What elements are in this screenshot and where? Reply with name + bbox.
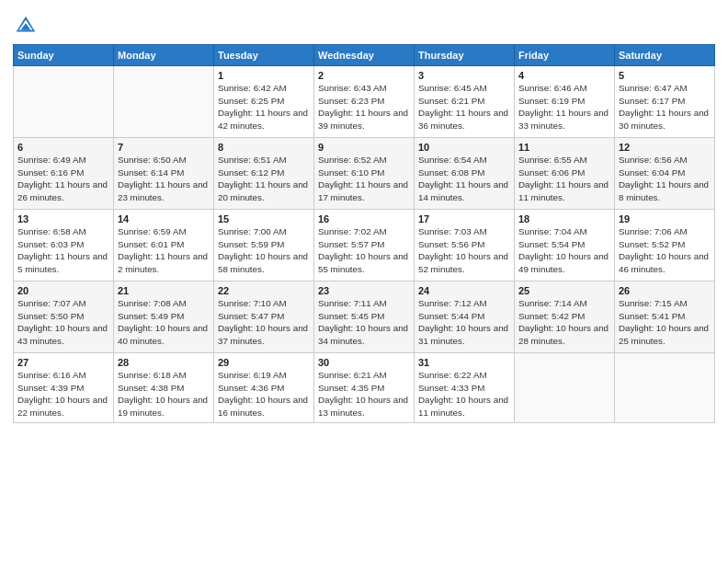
day-detail: Sunrise: 6:21 AM Sunset: 4:35 PM Dayligh… <box>318 369 410 419</box>
calendar-cell: 21Sunrise: 7:08 AM Sunset: 5:49 PM Dayli… <box>114 282 214 353</box>
day-detail: Sunrise: 7:07 AM Sunset: 5:50 PM Dayligh… <box>17 297 109 347</box>
day-number: 17 <box>418 213 510 224</box>
calendar-cell: 9Sunrise: 6:52 AM Sunset: 6:10 PM Daylig… <box>314 138 415 210</box>
weekday-header-tuesday: Tuesday <box>214 45 314 66</box>
day-number: 28 <box>118 357 210 368</box>
calendar-cell: 20Sunrise: 7:07 AM Sunset: 5:50 PM Dayli… <box>14 282 114 353</box>
day-detail: Sunrise: 6:46 AM Sunset: 6:19 PM Dayligh… <box>518 82 610 132</box>
day-detail: Sunrise: 6:49 AM Sunset: 6:16 PM Dayligh… <box>17 154 109 203</box>
day-detail: Sunrise: 6:55 AM Sunset: 6:06 PM Dayligh… <box>518 154 610 203</box>
day-detail: Sunrise: 7:00 AM Sunset: 5:59 PM Dayligh… <box>218 225 310 275</box>
day-number: 18 <box>518 213 610 224</box>
calendar-cell: 13Sunrise: 6:58 AM Sunset: 6:03 PM Dayli… <box>14 210 114 282</box>
calendar-cell <box>615 353 715 423</box>
calendar-cell: 23Sunrise: 7:11 AM Sunset: 5:45 PM Dayli… <box>314 282 415 353</box>
weekday-header-monday: Monday <box>114 45 214 66</box>
page: SundayMondayTuesdayWednesdayThursdayFrid… <box>0 0 728 563</box>
week-row-1: 1Sunrise: 6:42 AM Sunset: 6:25 PM Daylig… <box>14 66 715 138</box>
day-detail: Sunrise: 7:14 AM Sunset: 5:42 PM Dayligh… <box>518 297 610 347</box>
day-number: 6 <box>17 142 109 153</box>
day-number: 5 <box>619 70 711 81</box>
calendar-cell: 10Sunrise: 6:54 AM Sunset: 6:08 PM Dayli… <box>415 138 515 210</box>
day-detail: Sunrise: 7:08 AM Sunset: 5:49 PM Dayligh… <box>118 297 210 347</box>
weekday-header-friday: Friday <box>515 45 615 66</box>
week-row-2: 6Sunrise: 6:49 AM Sunset: 6:16 PM Daylig… <box>14 138 715 210</box>
calendar-cell: 29Sunrise: 6:19 AM Sunset: 4:36 PM Dayli… <box>214 353 314 423</box>
calendar-cell: 25Sunrise: 7:14 AM Sunset: 5:42 PM Dayli… <box>515 282 615 353</box>
day-detail: Sunrise: 6:59 AM Sunset: 6:01 PM Dayligh… <box>118 225 210 275</box>
calendar-cell: 12Sunrise: 6:56 AM Sunset: 6:04 PM Dayli… <box>615 138 715 210</box>
day-detail: Sunrise: 6:50 AM Sunset: 6:14 PM Dayligh… <box>118 154 210 203</box>
day-number: 10 <box>418 142 510 153</box>
calendar-cell <box>515 353 615 423</box>
week-row-5: 27Sunrise: 6:16 AM Sunset: 4:39 PM Dayli… <box>14 353 715 423</box>
calendar-cell: 24Sunrise: 7:12 AM Sunset: 5:44 PM Dayli… <box>415 282 515 353</box>
day-detail: Sunrise: 7:04 AM Sunset: 5:54 PM Dayligh… <box>518 225 610 275</box>
calendar-cell: 1Sunrise: 6:42 AM Sunset: 6:25 PM Daylig… <box>214 66 314 138</box>
weekday-header-wednesday: Wednesday <box>314 45 415 66</box>
calendar-cell: 14Sunrise: 6:59 AM Sunset: 6:01 PM Dayli… <box>114 210 214 282</box>
day-number: 11 <box>518 142 610 153</box>
day-number: 27 <box>17 357 109 368</box>
calendar-cell: 22Sunrise: 7:10 AM Sunset: 5:47 PM Dayli… <box>214 282 314 353</box>
weekday-header-row: SundayMondayTuesdayWednesdayThursdayFrid… <box>14 45 715 66</box>
calendar-cell: 6Sunrise: 6:49 AM Sunset: 6:16 PM Daylig… <box>14 138 114 210</box>
day-number: 23 <box>318 285 410 296</box>
day-detail: Sunrise: 6:51 AM Sunset: 6:12 PM Dayligh… <box>218 154 310 203</box>
week-row-4: 20Sunrise: 7:07 AM Sunset: 5:50 PM Dayli… <box>14 282 715 353</box>
day-number: 31 <box>418 357 510 368</box>
day-number: 25 <box>518 285 610 296</box>
day-detail: Sunrise: 7:15 AM Sunset: 5:41 PM Dayligh… <box>619 297 711 347</box>
calendar-cell: 2Sunrise: 6:43 AM Sunset: 6:23 PM Daylig… <box>314 66 415 138</box>
calendar-cell: 3Sunrise: 6:45 AM Sunset: 6:21 PM Daylig… <box>415 66 515 138</box>
day-number: 21 <box>118 285 210 296</box>
day-number: 30 <box>318 357 410 368</box>
day-detail: Sunrise: 6:52 AM Sunset: 6:10 PM Dayligh… <box>318 154 410 203</box>
day-number: 24 <box>418 285 510 296</box>
day-detail: Sunrise: 6:58 AM Sunset: 6:03 PM Dayligh… <box>17 225 109 275</box>
calendar-cell: 16Sunrise: 7:02 AM Sunset: 5:57 PM Dayli… <box>314 210 415 282</box>
day-detail: Sunrise: 7:12 AM Sunset: 5:44 PM Dayligh… <box>418 297 510 347</box>
calendar-cell: 8Sunrise: 6:51 AM Sunset: 6:12 PM Daylig… <box>214 138 314 210</box>
day-detail: Sunrise: 6:47 AM Sunset: 6:17 PM Dayligh… <box>619 82 711 132</box>
logo <box>13 13 40 39</box>
week-row-3: 13Sunrise: 6:58 AM Sunset: 6:03 PM Dayli… <box>14 210 715 282</box>
calendar-cell: 11Sunrise: 6:55 AM Sunset: 6:06 PM Dayli… <box>515 138 615 210</box>
day-number: 4 <box>518 70 610 81</box>
weekday-header-saturday: Saturday <box>615 45 715 66</box>
day-detail: Sunrise: 6:22 AM Sunset: 4:33 PM Dayligh… <box>418 369 510 419</box>
calendar-cell <box>114 66 214 138</box>
day-detail: Sunrise: 6:42 AM Sunset: 6:25 PM Dayligh… <box>218 82 310 132</box>
day-detail: Sunrise: 6:18 AM Sunset: 4:38 PM Dayligh… <box>118 369 210 419</box>
day-detail: Sunrise: 7:11 AM Sunset: 5:45 PM Dayligh… <box>318 297 410 347</box>
day-number: 3 <box>418 70 510 81</box>
day-number: 9 <box>318 142 410 153</box>
day-number: 22 <box>218 285 310 296</box>
calendar-cell: 19Sunrise: 7:06 AM Sunset: 5:52 PM Dayli… <box>615 210 715 282</box>
calendar-cell: 15Sunrise: 7:00 AM Sunset: 5:59 PM Dayli… <box>214 210 314 282</box>
day-number: 8 <box>218 142 310 153</box>
calendar-cell: 30Sunrise: 6:21 AM Sunset: 4:35 PM Dayli… <box>314 353 415 423</box>
calendar-cell <box>14 66 114 138</box>
day-number: 7 <box>118 142 210 153</box>
day-number: 19 <box>619 213 711 224</box>
logo-icon <box>13 13 39 39</box>
day-detail: Sunrise: 7:10 AM Sunset: 5:47 PM Dayligh… <box>218 297 310 347</box>
header <box>13 9 715 39</box>
weekday-header-thursday: Thursday <box>415 45 515 66</box>
calendar-cell: 31Sunrise: 6:22 AM Sunset: 4:33 PM Dayli… <box>415 353 515 423</box>
day-number: 14 <box>118 213 210 224</box>
calendar-table: SundayMondayTuesdayWednesdayThursdayFrid… <box>13 44 715 423</box>
day-number: 20 <box>17 285 109 296</box>
day-number: 16 <box>318 213 410 224</box>
day-detail: Sunrise: 6:19 AM Sunset: 4:36 PM Dayligh… <box>218 369 310 419</box>
day-detail: Sunrise: 7:03 AM Sunset: 5:56 PM Dayligh… <box>418 225 510 275</box>
day-detail: Sunrise: 6:43 AM Sunset: 6:23 PM Dayligh… <box>318 82 410 132</box>
calendar-cell: 18Sunrise: 7:04 AM Sunset: 5:54 PM Dayli… <box>515 210 615 282</box>
day-number: 15 <box>218 213 310 224</box>
day-number: 29 <box>218 357 310 368</box>
day-detail: Sunrise: 6:16 AM Sunset: 4:39 PM Dayligh… <box>17 369 109 419</box>
day-detail: Sunrise: 6:45 AM Sunset: 6:21 PM Dayligh… <box>418 82 510 132</box>
calendar-cell: 17Sunrise: 7:03 AM Sunset: 5:56 PM Dayli… <box>415 210 515 282</box>
day-number: 13 <box>17 213 109 224</box>
